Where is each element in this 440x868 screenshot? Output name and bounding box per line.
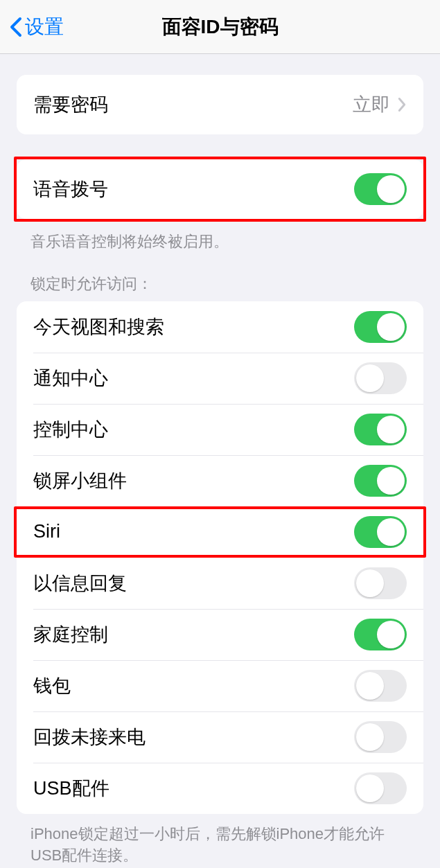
lockscreen-widgets-label: 锁屏小组件 (33, 468, 127, 493)
require-passcode-row[interactable]: 需要密码 立即 (17, 75, 423, 134)
require-passcode-value: 立即 (353, 92, 390, 117)
lock-access-card-bottom: 以信息回复 家庭控制 钱包 回拨未接来电 USB配件 (17, 558, 423, 814)
usb-accessories-row: USB配件 (17, 763, 423, 814)
return-missed-label: 回拨未接来电 (33, 725, 146, 750)
lock-access-card-top: 今天视图和搜索 通知中心 控制中心 锁屏小组件 (17, 301, 423, 506)
notification-center-toggle[interactable] (354, 362, 407, 394)
back-button[interactable]: 设置 (10, 14, 64, 40)
notification-center-row: 通知中心 (17, 353, 423, 404)
page-title: 面容ID与密码 (162, 14, 279, 40)
reply-message-toggle[interactable] (354, 567, 407, 599)
chevron-right-icon (397, 97, 407, 112)
require-passcode-card: 需要密码 立即 (17, 75, 423, 134)
today-view-row: 今天视图和搜索 (17, 301, 423, 353)
wallet-row: 钱包 (17, 660, 423, 711)
usb-accessories-label: USB配件 (33, 776, 109, 801)
reply-message-row: 以信息回复 (17, 558, 423, 609)
return-missed-row: 回拨未接来电 (17, 711, 423, 763)
lockscreen-widgets-toggle[interactable] (354, 465, 407, 497)
today-view-label: 今天视图和搜索 (33, 315, 164, 339)
usb-accessories-toggle[interactable] (354, 772, 407, 804)
today-view-toggle[interactable] (354, 311, 407, 343)
siri-label: Siri (33, 521, 60, 542)
return-missed-toggle[interactable] (354, 721, 407, 753)
lockscreen-widgets-row: 锁屏小组件 (17, 455, 423, 506)
wallet-label: 钱包 (33, 673, 71, 698)
control-center-label: 控制中心 (33, 417, 108, 442)
voice-dial-label: 语音拨号 (33, 177, 108, 202)
voice-dial-toggle[interactable] (354, 173, 407, 205)
reply-message-label: 以信息回复 (33, 571, 127, 596)
wallet-toggle[interactable] (354, 670, 407, 702)
usb-footer: iPhone锁定超过一小时后，需先解锁iPhone才能允许USB配件连接。 (0, 814, 440, 867)
control-center-toggle[interactable] (354, 414, 407, 445)
navigation-bar: 设置 面容ID与密码 (0, 0, 440, 54)
siri-highlight: Siri (14, 506, 426, 558)
voice-dial-row: 语音拨号 (17, 159, 423, 219)
voice-dial-highlight: 语音拨号 (14, 157, 426, 222)
control-center-row: 控制中心 (17, 404, 423, 455)
back-label: 设置 (25, 14, 64, 40)
notification-center-label: 通知中心 (33, 366, 108, 391)
home-control-label: 家庭控制 (33, 622, 108, 647)
siri-toggle[interactable] (354, 516, 407, 548)
require-passcode-label: 需要密码 (33, 92, 108, 117)
lock-access-header: 锁定时允许访问： (0, 253, 440, 301)
home-control-row: 家庭控制 (17, 609, 423, 660)
siri-row: Siri (17, 509, 423, 555)
require-passcode-value-wrap: 立即 (353, 92, 407, 117)
voice-dial-footer: 音乐语音控制将始终被启用。 (0, 222, 440, 253)
home-control-toggle[interactable] (354, 619, 407, 650)
chevron-left-icon (10, 17, 22, 37)
